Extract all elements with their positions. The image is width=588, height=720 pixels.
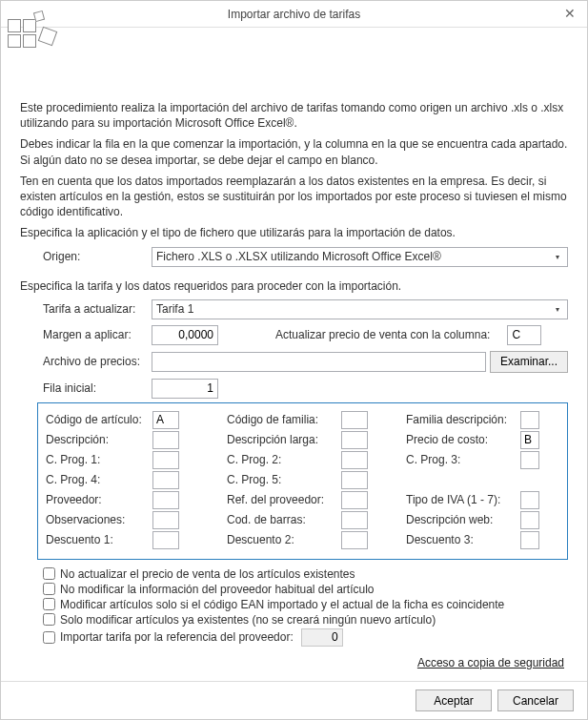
browse-button[interactable]: Examinar... [490, 351, 568, 373]
label-codigo-familia: Código de familia: [227, 413, 318, 426]
check-no-modificar-proveedor[interactable] [43, 583, 55, 595]
label-desc3: Descuento 3: [406, 533, 474, 546]
chevron-down-icon: ▾ [551, 251, 564, 264]
fila-inicial-label: Fila inicial: [43, 381, 142, 395]
input-cprog4[interactable] [152, 471, 179, 489]
margen-label: Margen a aplicar: [43, 328, 142, 341]
intro-paragraph-1: Este procedimiento realiza la importació… [20, 100, 568, 131]
input-desc-web[interactable] [520, 511, 539, 529]
check-no-actualizar-precio-label: No actualizar el precio de venta de los … [60, 567, 355, 581]
input-cprog5[interactable] [341, 471, 368, 489]
check-importar-por-ref-label: Importar tarifa por la referencia del pr… [60, 630, 294, 644]
tarifa-value: Tarifa 1 [156, 302, 193, 316]
label-observaciones: Observaciones: [46, 513, 125, 526]
check-solo-existentes-label: Solo modificar artículos ya existentes (… [60, 613, 436, 627]
input-desc-larga[interactable] [341, 431, 368, 449]
input-precio-costo[interactable] [520, 431, 539, 449]
label-proveedor: Proveedor: [46, 493, 102, 506]
label-desc-web: Descripción web: [406, 513, 493, 526]
label-cprog3: C. Prog. 3: [406, 453, 460, 466]
check-no-modificar-proveedor-label: No modificar la información del proveedo… [60, 583, 375, 596]
label-cprog2: C. Prog. 2: [227, 453, 281, 466]
ok-button[interactable]: Aceptar [416, 689, 492, 711]
intro-paragraph-2: Debes indicar la fila en la que comenzar… [20, 136, 568, 167]
label-desc1: Descuento 1: [46, 533, 113, 546]
titlebar: Importar archivo de tarifas ✕ [1, 1, 587, 28]
label-cprog5: C. Prog. 5: [227, 473, 281, 486]
input-ref-proveedor[interactable] [341, 491, 368, 509]
label-desc-larga: Descripción larga: [227, 433, 318, 446]
input-cprog1[interactable] [152, 451, 179, 469]
label-descripcion: Descripción: [46, 433, 109, 446]
label-cod-barras: Cod. de barras: [227, 513, 306, 526]
origen-value: Fichero .XLS o .XLSX utilizando Microsof… [156, 250, 441, 263]
input-tipo-iva[interactable] [520, 491, 539, 509]
intro-paragraph-5: Especifica la tarifa y los datos requeri… [20, 278, 568, 294]
check-solo-existentes[interactable] [43, 613, 55, 626]
close-icon[interactable]: ✕ [558, 5, 581, 22]
column-map-box: Código de artículo: Código de familia: F… [37, 402, 568, 560]
input-desc2[interactable] [341, 531, 368, 549]
input-codigo-articulo[interactable] [152, 411, 179, 429]
label-cprog1: C. Prog. 1: [46, 453, 100, 466]
label-codigo-articulo: Código de artículo: [46, 413, 142, 426]
margen-input[interactable] [152, 325, 218, 345]
cancel-button[interactable]: Cancelar [497, 689, 574, 711]
origen-label: Origen: [43, 250, 142, 263]
actualizar-col-input[interactable] [507, 325, 541, 345]
label-precio-costo: Precio de costo: [406, 433, 488, 446]
backup-link[interactable]: Acceso a copia de seguridad [417, 656, 564, 669]
app-logo [6, 17, 63, 63]
label-ref-proveedor: Ref. del proveedor: [227, 493, 324, 506]
label-tipo-iva: Tipo de IVA (1 - 7): [406, 493, 500, 506]
input-desc1[interactable] [152, 531, 179, 549]
check-ean-coincidente[interactable] [43, 598, 55, 610]
input-cprog3[interactable] [520, 451, 539, 469]
tarifa-label: Tarifa a actualizar: [43, 302, 142, 316]
input-desc3[interactable] [520, 531, 539, 549]
origen-select[interactable]: Fichero .XLS o .XLSX utilizando Microsof… [152, 247, 568, 267]
fila-inicial-input[interactable] [152, 379, 218, 399]
importar-por-ref-value [301, 628, 343, 647]
label-familia-desc: Familia descripción: [406, 413, 507, 426]
actualizar-col-label: Actualizar precio de venta con la column… [275, 328, 490, 341]
input-observaciones[interactable] [152, 511, 179, 529]
tarifa-select[interactable]: Tarifa 1 ▾ [152, 299, 568, 319]
input-familia-desc[interactable] [520, 411, 539, 429]
archivo-input[interactable] [152, 352, 486, 372]
label-cprog4: C. Prog. 4: [46, 473, 100, 486]
intro-paragraph-3: Ten en cuenta que los datos importados r… [20, 174, 568, 220]
input-cprog2[interactable] [341, 451, 368, 469]
input-codigo-familia[interactable] [341, 411, 368, 429]
check-importar-por-ref[interactable] [43, 631, 55, 644]
check-ean-coincidente-label: Modificar artículos solo si el código EA… [60, 598, 504, 611]
input-descripcion[interactable] [152, 431, 179, 449]
check-no-actualizar-precio[interactable] [43, 567, 55, 580]
archivo-label: Archivo de precios: [43, 355, 142, 368]
intro-paragraph-4: Especifica la aplicación y el tipo de fi… [20, 225, 568, 240]
input-cod-barras[interactable] [341, 511, 368, 529]
label-desc2: Descuento 2: [227, 533, 294, 546]
chevron-down-icon: ▾ [551, 303, 564, 317]
window-title: Importar archivo de tarifas [228, 8, 360, 21]
input-proveedor[interactable] [152, 491, 179, 509]
